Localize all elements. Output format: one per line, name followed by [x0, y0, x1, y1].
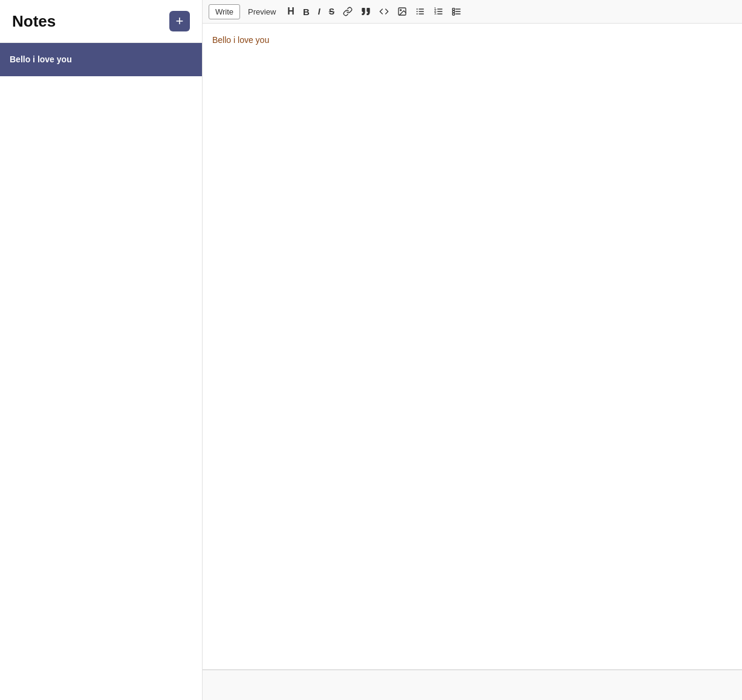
- svg-point-7: [417, 13, 418, 15]
- link-icon: [343, 7, 353, 16]
- sidebar-header: Notes +: [0, 0, 202, 43]
- image-button[interactable]: [394, 4, 411, 19]
- code-button[interactable]: [376, 4, 392, 19]
- editor-toolbar: Write Preview H B I S: [203, 0, 742, 24]
- preview-tab[interactable]: Preview: [241, 4, 282, 19]
- main-content: Write Preview H B I S: [203, 0, 742, 700]
- svg-rect-17: [452, 8, 454, 10]
- code-icon: [379, 7, 389, 16]
- link-button[interactable]: [339, 4, 356, 19]
- editor-footer: [203, 670, 742, 700]
- quote-icon: [361, 7, 371, 16]
- heading-button[interactable]: H: [284, 4, 298, 19]
- note-item[interactable]: Bello i love you: [0, 43, 202, 76]
- editor-textarea[interactable]: Bello i love you: [203, 24, 742, 670]
- notes-list: Bello i love you: [0, 43, 202, 700]
- task-list-icon: [452, 7, 461, 16]
- svg-point-5: [417, 8, 418, 10]
- unordered-list-icon: [415, 7, 425, 16]
- note-item-title: Bello i love you: [10, 54, 72, 64]
- svg-rect-18: [452, 11, 454, 13]
- add-note-button[interactable]: +: [169, 11, 190, 31]
- strikethrough-button[interactable]: S: [325, 4, 338, 19]
- quote-button[interactable]: [357, 4, 374, 19]
- unordered-list-button[interactable]: [412, 4, 429, 19]
- image-icon: [397, 7, 407, 16]
- svg-text:3.: 3.: [434, 12, 437, 15]
- write-tab[interactable]: Write: [209, 4, 240, 19]
- svg-point-1: [400, 10, 402, 11]
- ordered-list-button[interactable]: 1. 2. 3.: [430, 4, 447, 19]
- svg-point-6: [417, 11, 418, 12]
- bold-button[interactable]: B: [299, 4, 313, 19]
- svg-rect-19: [452, 13, 454, 15]
- app-title: Notes: [12, 12, 56, 31]
- task-list-button[interactable]: [448, 4, 465, 19]
- italic-button[interactable]: I: [314, 4, 324, 19]
- ordered-list-icon: 1. 2. 3.: [434, 7, 443, 16]
- sidebar: Notes + Bello i love you: [0, 0, 203, 700]
